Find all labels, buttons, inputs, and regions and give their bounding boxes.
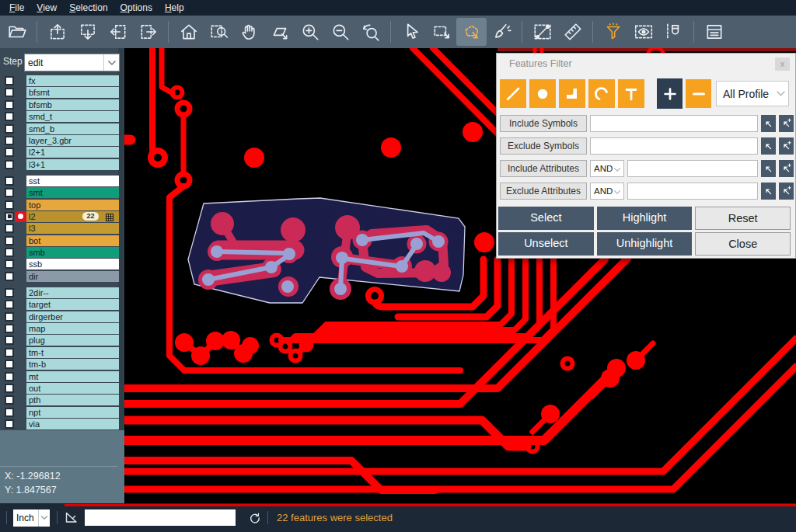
layer-name[interactable]: smd_t bbox=[26, 111, 119, 122]
zoom-area-button[interactable] bbox=[264, 18, 295, 46]
layer-checkbox[interactable] bbox=[5, 259, 14, 269]
layer-checkbox[interactable] bbox=[5, 384, 14, 393]
layer-checkbox[interactable] bbox=[5, 324, 14, 333]
layer-row-smd_b[interactable]: smd_b bbox=[0, 123, 124, 134]
layer-row-top[interactable]: top bbox=[0, 200, 124, 210]
close-button[interactable]: Close bbox=[695, 232, 791, 256]
reset-button[interactable]: Reset bbox=[695, 207, 791, 230]
zoom-window-button[interactable] bbox=[204, 18, 234, 46]
layer-checkbox[interactable] bbox=[5, 300, 14, 309]
layer-row-fx[interactable]: fx bbox=[0, 75, 124, 86]
menu-help[interactable]: Help bbox=[159, 1, 190, 16]
layer-checkbox[interactable] bbox=[5, 336, 14, 345]
layer-indicator-slot[interactable] bbox=[15, 135, 26, 146]
polarity-negative-button[interactable] bbox=[686, 79, 711, 108]
snap-magnet-button[interactable] bbox=[658, 18, 689, 46]
pan-down-button[interactable] bbox=[72, 18, 103, 46]
layer-indicator-slot[interactable] bbox=[15, 75, 26, 86]
layer-row-sst[interactable]: sst bbox=[0, 176, 124, 186]
pick-button[interactable] bbox=[761, 160, 776, 177]
layer-row-pth[interactable]: pth bbox=[0, 395, 124, 405]
layer-name[interactable]: tm-t bbox=[26, 347, 119, 358]
filter-input[interactable] bbox=[590, 115, 758, 132]
layer-indicator-slot[interactable] bbox=[15, 200, 26, 210]
layer-checkbox[interactable] bbox=[5, 160, 14, 169]
layer-name[interactable]: layer_3.gbr bbox=[26, 135, 119, 146]
layer-indicator-slot[interactable] bbox=[15, 299, 26, 310]
layer-indicator-slot[interactable] bbox=[15, 159, 26, 170]
layer-checkbox[interactable] bbox=[5, 112, 14, 121]
layer-name[interactable]: l3+1 bbox=[26, 159, 119, 170]
filter-type-surface-button[interactable] bbox=[559, 79, 585, 108]
layer-row-bfsmt[interactable]: bfsmt bbox=[0, 87, 124, 98]
layer-indicator-slot[interactable] bbox=[15, 235, 26, 246]
active-layer-indicator[interactable] bbox=[15, 211, 26, 222]
layer-checkbox[interactable] bbox=[5, 395, 14, 405]
command-input[interactable] bbox=[85, 509, 236, 526]
pick-add-button[interactable] bbox=[779, 137, 794, 155]
layer-row-l3[interactable]: l3 bbox=[0, 223, 124, 234]
pick-add-button[interactable] bbox=[779, 160, 794, 177]
layer-checkbox[interactable] bbox=[5, 176, 14, 186]
layer-name[interactable]: tm-b bbox=[26, 359, 119, 370]
layer-checkbox[interactable] bbox=[5, 124, 14, 134]
layer-checkbox[interactable] bbox=[5, 419, 14, 429]
layer-row-ssb[interactable]: ssb bbox=[0, 259, 124, 269]
measure-distance-button[interactable] bbox=[527, 18, 557, 46]
step-dropdown[interactable]: edit bbox=[24, 54, 120, 71]
layer-checkbox[interactable] bbox=[5, 348, 14, 357]
layer-name[interactable]: 2dir-- bbox=[26, 287, 119, 298]
unit-dropdown[interactable]: Inch bbox=[13, 509, 50, 527]
filter-input[interactable] bbox=[590, 137, 758, 155]
features-filter-button[interactable] bbox=[598, 18, 628, 46]
select-button[interactable]: Select bbox=[498, 207, 594, 230]
ruler-button[interactable] bbox=[557, 18, 588, 46]
sync-icon[interactable] bbox=[248, 511, 261, 524]
polarity-positive-button[interactable] bbox=[657, 78, 683, 109]
layer-checkbox[interactable] bbox=[5, 212, 14, 221]
pan-right-button[interactable] bbox=[133, 18, 163, 46]
layer-indicator-slot[interactable] bbox=[15, 371, 26, 382]
layer-row-2dir--[interactable]: 2dir-- bbox=[0, 287, 124, 298]
select-rectangle-button[interactable] bbox=[426, 18, 456, 46]
layer-row-npt[interactable]: npt bbox=[0, 407, 124, 418]
layer-name[interactable]: sst bbox=[26, 176, 119, 186]
layer-name[interactable]: bfsmt bbox=[26, 87, 119, 98]
highlight-button[interactable]: Highlight bbox=[597, 207, 693, 230]
filter-label-button[interactable]: Exclude Attributes bbox=[500, 183, 587, 200]
layer-name[interactable]: via bbox=[26, 419, 119, 429]
layer-name[interactable]: smb bbox=[26, 247, 119, 258]
layer-indicator-slot[interactable] bbox=[15, 419, 26, 429]
layer-indicator-slot[interactable] bbox=[15, 311, 26, 322]
layer-indicator-slot[interactable] bbox=[15, 407, 26, 418]
layer-checkbox[interactable] bbox=[5, 248, 14, 257]
layer-row-map[interactable]: map bbox=[0, 323, 124, 334]
layer-row-l2[interactable]: l222 bbox=[0, 211, 124, 222]
pick-button[interactable] bbox=[761, 115, 776, 132]
filter-type-arc-button[interactable] bbox=[588, 79, 615, 108]
layer-row-mt[interactable]: mt bbox=[0, 371, 124, 382]
filter-input[interactable] bbox=[627, 160, 758, 177]
layer-name[interactable]: npt bbox=[26, 407, 119, 418]
unhighlight-button[interactable]: Unhighlight bbox=[597, 232, 693, 256]
layer-row-out[interactable]: out bbox=[0, 383, 124, 394]
layer-indicator-slot[interactable] bbox=[15, 176, 26, 186]
layer-indicator-slot[interactable] bbox=[15, 347, 26, 358]
and-dropdown[interactable]: AND bbox=[590, 183, 624, 200]
filter-label-button[interactable]: Include Symbols bbox=[500, 115, 587, 132]
filter-label-button[interactable]: Include Attributes bbox=[500, 160, 587, 177]
layer-checkbox[interactable] bbox=[5, 236, 14, 245]
layer-row-target[interactable]: target bbox=[0, 299, 124, 310]
layer-name[interactable]: smd_b bbox=[26, 123, 119, 134]
filter-type-text-button[interactable] bbox=[618, 79, 644, 108]
layer-row-layer_3.gbr[interactable]: layer_3.gbr bbox=[0, 135, 124, 146]
layer-row-plug[interactable]: plug bbox=[0, 335, 124, 346]
menu-view[interactable]: View bbox=[30, 1, 63, 16]
pan-left-button[interactable] bbox=[103, 18, 133, 46]
pick-add-button[interactable] bbox=[779, 115, 794, 132]
layer-indicator-slot[interactable] bbox=[15, 271, 26, 282]
layer-checkbox[interactable] bbox=[5, 76, 14, 85]
layer-name[interactable]: top bbox=[26, 200, 119, 210]
filter-type-pad-button[interactable] bbox=[529, 79, 556, 108]
layer-indicator-slot[interactable] bbox=[15, 259, 26, 269]
